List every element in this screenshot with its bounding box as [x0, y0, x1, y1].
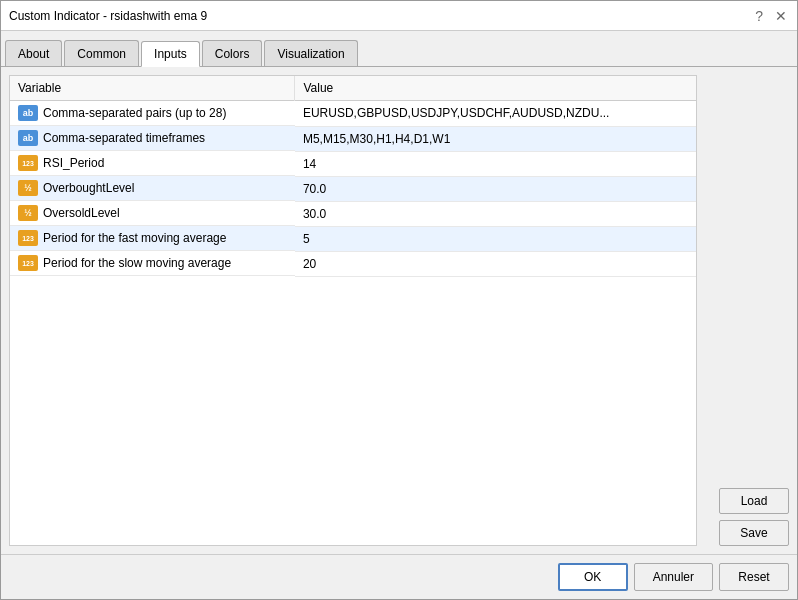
table-header-row: Variable Value [10, 76, 696, 101]
table-row[interactable]: 123RSI_Period14 [10, 151, 696, 176]
type-badge: ab [18, 130, 38, 146]
title-bar: Custom Indicator - rsidashwith ema 9 ? ✕ [1, 1, 797, 31]
variable-cell: ½OversoldLevel [10, 201, 295, 226]
value-cell: 14 [295, 151, 696, 176]
variable-cell: abComma-separated pairs (up to 28) [10, 101, 295, 126]
tab-inputs[interactable]: Inputs [141, 41, 200, 67]
variable-cell: 123Period for the slow moving average [10, 251, 295, 276]
variable-cell: 123RSI_Period [10, 151, 295, 176]
inner-content: Variable Value abComma-separated pairs (… [1, 67, 797, 554]
table-row[interactable]: ½OverboughtLevel70.0 [10, 176, 696, 201]
variable-text: OverboughtLevel [43, 181, 134, 195]
inputs-table-container: Variable Value abComma-separated pairs (… [9, 75, 697, 546]
variable-text: RSI_Period [43, 156, 104, 170]
value-cell: 30.0 [295, 201, 696, 226]
column-value: Value [295, 76, 696, 101]
table-row[interactable]: abComma-separated pairs (up to 28)EURUSD… [10, 101, 696, 127]
value-cell: 5 [295, 226, 696, 251]
table-row[interactable]: 123Period for the fast moving average5 [10, 226, 696, 251]
tab-about[interactable]: About [5, 40, 62, 66]
tab-colors[interactable]: Colors [202, 40, 263, 66]
save-button[interactable]: Save [719, 520, 789, 546]
variable-text: OversoldLevel [43, 206, 120, 220]
footer-buttons: OK Annuler Reset [1, 554, 797, 599]
close-button[interactable]: ✕ [773, 9, 789, 23]
variable-cell: abComma-separated timeframes [10, 126, 295, 151]
table-row[interactable]: 123Period for the slow moving average20 [10, 251, 696, 276]
column-variable: Variable [10, 76, 295, 101]
tabs-bar: About Common Inputs Colors Visualization [1, 31, 797, 67]
reset-button[interactable]: Reset [719, 563, 789, 591]
table-row[interactable]: ½OversoldLevel30.0 [10, 201, 696, 226]
variable-cell: ½OverboughtLevel [10, 176, 295, 201]
table-row[interactable]: abComma-separated timeframesM5,M15,M30,H… [10, 126, 696, 151]
type-badge: ½ [18, 180, 38, 196]
right-panel: Load Save [719, 488, 789, 546]
variable-text: Period for the fast moving average [43, 231, 226, 245]
main-window: Custom Indicator - rsidashwith ema 9 ? ✕… [0, 0, 798, 600]
main-body: Variable Value abComma-separated pairs (… [1, 67, 797, 554]
value-cell: M5,M15,M30,H1,H4,D1,W1 [295, 126, 696, 151]
cancel-button[interactable]: Annuler [634, 563, 713, 591]
type-badge: ½ [18, 205, 38, 221]
tab-common[interactable]: Common [64, 40, 139, 66]
value-cell: 70.0 [295, 176, 696, 201]
value-cell: EURUSD,GBPUSD,USDJPY,USDCHF,AUDUSD,NZDU.… [295, 101, 696, 127]
type-badge: 123 [18, 230, 38, 246]
type-badge: 123 [18, 155, 38, 171]
inputs-table: Variable Value abComma-separated pairs (… [10, 76, 696, 277]
variable-text: Comma-separated timeframes [43, 131, 205, 145]
ok-button[interactable]: OK [558, 563, 628, 591]
help-button[interactable]: ? [753, 9, 765, 23]
tab-visualization[interactable]: Visualization [264, 40, 357, 66]
load-button[interactable]: Load [719, 488, 789, 514]
type-badge: 123 [18, 255, 38, 271]
variable-text: Period for the slow moving average [43, 256, 231, 270]
value-cell: 20 [295, 251, 696, 276]
title-bar-controls: ? ✕ [753, 9, 789, 23]
type-badge: ab [18, 105, 38, 121]
variable-cell: 123Period for the fast moving average [10, 226, 295, 251]
window-title: Custom Indicator - rsidashwith ema 9 [9, 9, 207, 23]
variable-text: Comma-separated pairs (up to 28) [43, 106, 226, 120]
